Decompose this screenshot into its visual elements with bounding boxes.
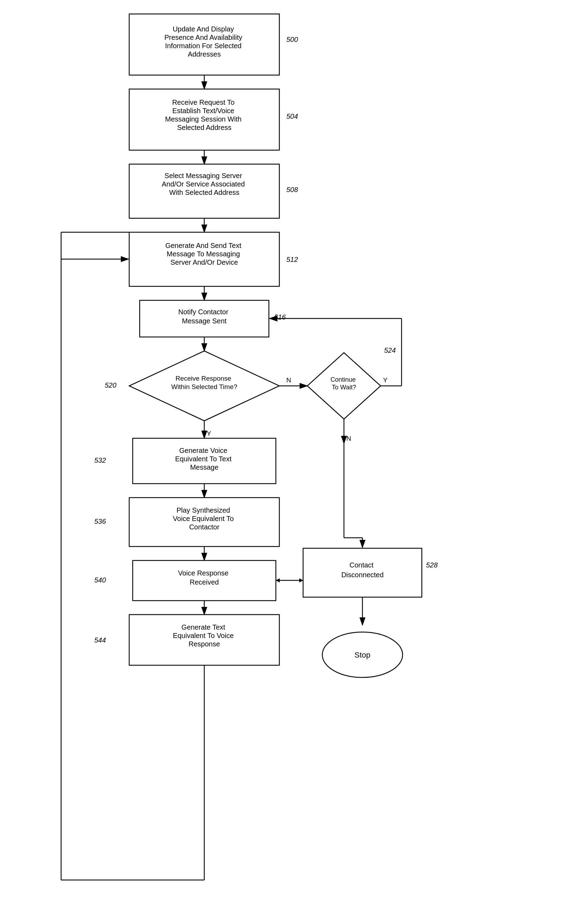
main-svg: Update And Display Presence And Availabi… [0,0,580,924]
label-544: 544 [94,636,106,644]
label-516: 516 [274,313,286,321]
label-532: 532 [94,456,106,464]
label-524: 524 [384,346,395,354]
main-container: Update And Display Presence And Availabi… [0,0,580,924]
y-label-524: Y [383,376,387,384]
n-label-520: N [286,376,291,384]
label-536: 536 [94,517,106,525]
stop-label: Stop [354,651,370,659]
n-label-524: N [346,435,351,442]
label-504: 504 [286,112,298,120]
label-520: 520 [105,381,116,389]
arrow-right-528 [299,578,303,583]
label-500: 500 [286,36,298,43]
y-label-520: Y [207,430,211,437]
node-512-label: Generate And Send Text Message To Messag… [165,242,243,266]
node-508-label: Select Messaging Server And/Or Service A… [161,172,247,196]
label-512: 512 [286,255,298,263]
arrow-left-540 [276,578,280,583]
label-540: 540 [94,576,106,584]
label-528: 528 [426,561,438,569]
label-508: 508 [286,186,298,193]
